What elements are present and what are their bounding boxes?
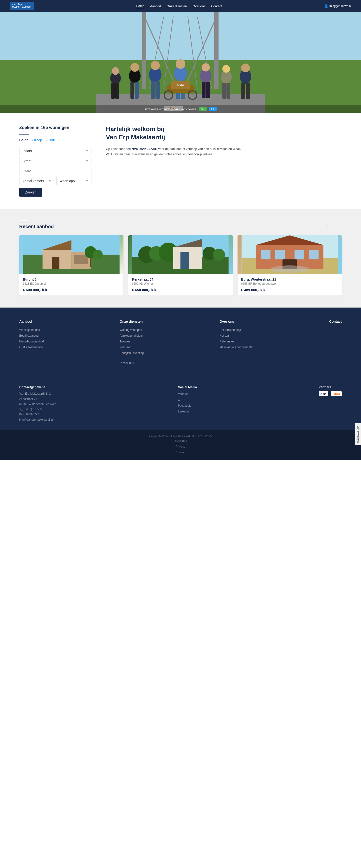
svg-rect-10 [214,12,218,89]
property-name-3: Burg. Wouterstraat 21 [241,277,338,281]
footer-email[interactable]: info@vanerpmakelaardij.nl [19,418,54,422]
straat-arrow: ▼ [85,159,88,163]
properties-grid: Burcht 6 6621 EC Dreumel € 600.000,- k.k… [19,235,342,296]
property-info-2: Kerkstraat 64 6659 AD Wioner € 650.000,-… [128,274,233,296]
footer-link-facebook[interactable]: Facebook [178,403,197,409]
footer-diensten-title: Onze diensten [120,319,144,323]
main-nav: van Erp MAKELAARDIJ Home Aanbod Onze die… [0,0,361,12]
svg-rect-38 [222,83,226,99]
nav-home[interactable]: Home [136,3,144,9]
footer-link-zoekservice[interactable]: Gratis zoekservice [19,344,44,350]
straat-input[interactable] [22,169,88,173]
footer-link-verhuren[interactable]: Verhuren [120,344,144,350]
svg-rect-9 [142,12,146,89]
property-location-2: 6659 AD Wioner [132,282,229,285]
footer-col-over-ons: Over ons Het familiebedrijf Het team Ref… [219,319,253,366]
svg-point-16 [130,63,139,72]
property-price-3: € 489.000,- k.k. [241,288,338,292]
nav-links: Home Aanbod Onze diensten Over ons Conta… [136,3,222,9]
footer-link-poortwachter[interactable]: Makelaar als poortwachter [219,344,253,350]
property-name-2: Kerkstraat 64 [132,277,229,281]
welcome-title: Hartelijk welkom bij Van Erp Makelaardij [106,125,342,142]
footer-link-aankoopmakelaar[interactable]: Aankoopmakelaar [120,333,144,339]
footer-link-youtube[interactable]: Youtube [178,391,197,397]
svg-point-24 [176,59,185,69]
svg-rect-42 [241,83,245,99]
footer-contact-details: Van Erp Makelaardij B.V. Zandstraat 76 6… [19,391,56,423]
plaats-field[interactable]: Plaats ▼ [19,147,91,155]
footer-col-contact: Contact [329,319,342,366]
footer-link-bedrijfshuisvesting[interactable]: Bedrijfshuisvesting [120,350,144,356]
search-button[interactable]: Zoeken [19,188,42,196]
nav-diensten[interactable]: Onze diensten [167,3,187,9]
straat-input-field[interactable] [19,167,91,175]
footer-link-referenties[interactable]: Referenties [219,339,253,344]
search-fields: Plaats ▼ Straat ▼ Aantal kamers ▼ Woon.o… [19,147,91,185]
hero-image: NVM funda ▶ [0,12,361,113]
footer-link-nieuwbouwaanbod[interactable]: Nieuwbouwaanbod [19,339,44,344]
funda-logo: funda [331,391,342,396]
footer-col-diensten: Onze diensten Woning verkopen Aankoopmak… [120,319,144,366]
footer-contact-title: Contact [329,319,342,323]
footer-contact-link[interactable]: Contact [5,450,356,455]
property-price-2: € 650.000,- k.k. [132,288,229,292]
hero-section: NVM funda ▶ Deze website maakt gebruik v… [0,12,361,113]
section-header: Recent aanbod ← → [19,221,342,229]
footer-privacy[interactable]: Privacy [5,444,356,450]
svg-point-41 [241,64,250,72]
opp-arrow: ▼ [85,179,88,183]
nav-contact[interactable]: Contact [211,3,222,9]
footer-phone: 📞 (0487) 617777 [19,407,56,412]
footer-aanbod-title: Aanbod [19,319,44,323]
footer-link-bedrijfsaanbod[interactable]: Bedrijfsaanbod [19,333,44,339]
footer-link-x[interactable]: X [178,397,197,403]
footer-social-heading: Social Media [178,385,197,389]
footer-link-team[interactable]: Het team [219,333,253,339]
property-card-2[interactable]: Kerkstraat 64 6659 AD Wioner € 650.000,-… [128,235,233,296]
footer-link-woningsaanbod[interactable]: Woningsaanbod [19,327,44,333]
nav-over-ons[interactable]: Over ons [192,3,205,9]
footer-link-woning-verkopen[interactable]: Woning verkopen [120,327,144,333]
next-arrow[interactable]: → [334,221,342,228]
cookie-info-button[interactable]: Info [209,107,217,111]
tab-beide[interactable]: Beide [19,138,28,142]
svg-point-76 [270,266,309,273]
tab-koop[interactable]: Koop [32,138,42,142]
svg-rect-17 [130,82,134,99]
straat-dropdown[interactable]: Straat ▼ [19,157,91,165]
carousel-nav: ← → [325,221,342,228]
footer-link-taxaties[interactable]: Taxaties [120,339,144,344]
footer-disclaimer[interactable]: Disclaimer [5,438,356,444]
svg-rect-64 [181,252,189,269]
property-card-3[interactable]: Burg. Wouterstraat 21 6658 BR Beneden-Le… [238,235,342,296]
cookie-bar: Deze website maakt gebruik van cookies. … [0,105,361,113]
cookie-ok-button[interactable]: OK! [199,107,207,111]
logo-line1: van Erp [12,3,31,6]
footer-link-downloads[interactable]: Downloads [120,360,144,366]
favorites-sidebar[interactable]: Mijn favorieten [355,423,361,445]
recent-section: Recent aanbod ← → [0,209,361,308]
nav-aanbod[interactable]: Aanbod [150,3,161,9]
search-welcome-section: Zoeken in 165 woningen Beide Koop Huur P… [0,113,361,209]
svg-rect-71 [261,250,270,259]
logo[interactable]: van Erp MAKELAARDIJ [10,2,34,10]
cookie-text: Deze website maakt gebruik van cookies. [144,107,197,111]
footer-main: Aanbod Woningsaanbod Bedrijfsaanbod Nieu… [0,308,361,378]
svg-point-33 [202,63,210,71]
property-card-1[interactable]: Burcht 6 6621 EC Dreumel € 600.000,- k.k… [19,235,123,296]
prev-arrow[interactable]: ← [325,221,332,228]
svg-rect-43 [246,83,250,99]
footer-link-linkedin[interactable]: Linkedin [178,409,197,414]
footer-link-familiebedrijf[interactable]: Het familiebedrijf [219,327,253,333]
footer-company: Van Erp Makelaardij B.V. [19,391,56,397]
tab-huur[interactable]: Huur [46,138,55,142]
search-title-underline [19,134,29,134]
login-button[interactable]: Inloggen move.nl [324,4,351,8]
property-image-1 [19,235,123,274]
kamers-field[interactable]: Aantal kamers ▼ [19,177,54,185]
svg-point-37 [222,65,230,73]
opp-field[interactable]: Woon.opp. ▼ [56,177,91,185]
partner-logos: NVM funda [319,391,342,396]
property-location-3: 6658 BR Beneden-Leeuwen [241,282,338,285]
logo-line2: MAKELAARDIJ [12,6,31,9]
